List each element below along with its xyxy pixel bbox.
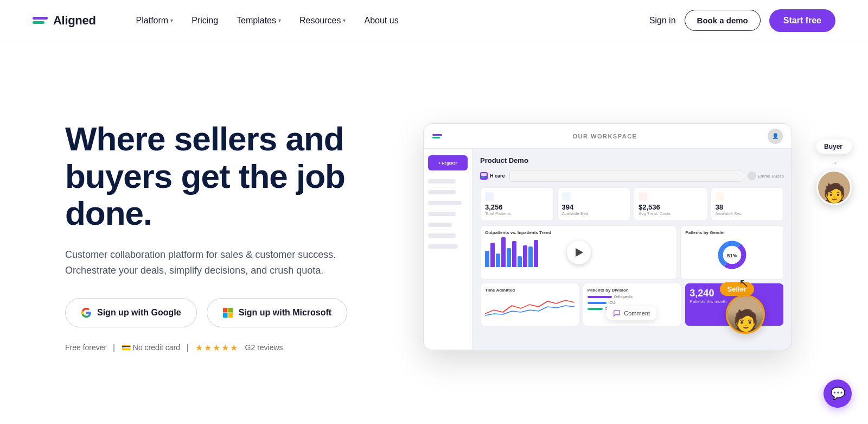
- microsoft-signup-button[interactable]: Sign up with Microsoft: [207, 298, 348, 327]
- bar: [534, 240, 538, 267]
- stat-cards: 3,256 Total Patients 394 Available Bed $…: [480, 187, 784, 221]
- svg-rect-4: [481, 173, 487, 176]
- nav-platform[interactable]: Platform ▾: [129, 11, 181, 30]
- navbar: Aligned Platform ▾ Pricing Templates ▾ R…: [0, 0, 868, 41]
- sidebar-item: [428, 233, 456, 238]
- dashboard-topbar: OUR WORKSPACE 👤: [424, 124, 792, 149]
- svg-rect-3: [228, 313, 233, 318]
- sign-in-link[interactable]: Sign in: [649, 16, 676, 26]
- seller-tag: Seller: [720, 282, 754, 296]
- svg-rect-2: [223, 313, 228, 318]
- microsoft-cta-text: Sign up with Microsoft: [239, 308, 332, 318]
- start-free-button[interactable]: Start free: [769, 9, 835, 32]
- sidebar-item: [428, 201, 462, 205]
- bar: [501, 237, 506, 267]
- sidebar-item: [428, 244, 458, 249]
- nav-about[interactable]: About us: [356, 11, 406, 30]
- charts-row: Outpatients vs. Inpatients Trend: [480, 225, 784, 280]
- seller-face: 🧑: [727, 296, 763, 332]
- sidebar-item: [428, 179, 456, 183]
- trust-sep2: |: [187, 343, 189, 352]
- bar: [528, 246, 533, 267]
- svg-rect-1: [228, 308, 233, 313]
- stat-icon-4: [716, 192, 724, 201]
- dash-search-input[interactable]: [509, 170, 743, 182]
- buyer-face: 🧑: [818, 172, 850, 204]
- bar: [496, 254, 500, 267]
- arrow-icon: →: [816, 158, 852, 168]
- buyer-avatar: 🧑: [816, 170, 852, 205]
- bar: [507, 248, 511, 267]
- google-signup-button[interactable]: Sign up with Google: [65, 298, 197, 327]
- brand-icon: [480, 172, 488, 180]
- nav-resources[interactable]: Resources ▾: [292, 11, 353, 30]
- logo[interactable]: Aligned: [33, 14, 96, 28]
- stat-num-3: $2,536: [639, 203, 703, 211]
- nav-links: Platform ▾ Pricing Templates ▾ Resources…: [129, 11, 649, 30]
- chart-division-title: Patients by Division: [588, 288, 677, 293]
- svg-rect-5: [481, 176, 485, 178]
- user-pill: Emma Russo: [748, 172, 784, 180]
- donut-container: 51%: [685, 237, 779, 273]
- nav-pricing[interactable]: Pricing: [184, 11, 226, 30]
- logo-icon: [33, 17, 48, 24]
- nav-actions: Sign in Book a demo Start free: [649, 9, 835, 32]
- trust-card: 💳 No credit card: [122, 343, 180, 352]
- chevron-down-icon: ▾: [170, 17, 173, 23]
- comment-float: Comment: [607, 306, 656, 320]
- comment-label: Comment: [624, 310, 650, 317]
- line-chart: [485, 295, 575, 317]
- trust-free: Free forever: [65, 343, 106, 352]
- topbar-logo: [432, 134, 442, 138]
- stat-icon-3: [639, 192, 647, 201]
- comment-icon: [613, 309, 621, 317]
- google-icon: [81, 307, 92, 318]
- product-demo-title: Product Demo: [480, 156, 784, 164]
- trust-bar: Free forever | 💳 No credit card | ★★★★★ …: [65, 343, 358, 353]
- chart-trend: Outpatients vs. Inpatients Trend: [480, 225, 677, 280]
- bar: [485, 251, 489, 267]
- trust-sep1: |: [113, 343, 115, 352]
- donut-chart: 51%: [717, 240, 747, 270]
- brand-name: H care: [490, 173, 505, 179]
- microsoft-icon: [222, 307, 233, 318]
- chart-trend-title: Outpatients vs. Inpatients Trend: [485, 230, 672, 235]
- sidebar-item: [428, 223, 452, 227]
- workspace-label: OUR WORKSPACE: [446, 133, 763, 140]
- brand-logo: H care: [480, 172, 505, 180]
- buyer-tag: Buyer: [816, 140, 852, 154]
- stat-label-1: Total Patients: [485, 211, 549, 216]
- hero-subtext: Customer collaboration platform for sale…: [65, 247, 358, 279]
- chevron-down-icon: ▾: [343, 17, 346, 23]
- stat-label-2: Available Bed: [562, 211, 626, 216]
- stat-label-4: Available Svc.: [716, 211, 780, 216]
- bar: [523, 245, 527, 267]
- play-icon: [576, 248, 583, 257]
- book-demo-button[interactable]: Book a demo: [685, 10, 761, 31]
- stat-icon-2: [562, 192, 571, 201]
- play-button[interactable]: [567, 241, 591, 264]
- bar: [490, 243, 495, 267]
- trust-g2: G2 reviews: [245, 343, 283, 352]
- chart-time-title: Time Admitted: [485, 288, 575, 293]
- nav-templates[interactable]: Templates ▾: [229, 11, 289, 30]
- bar: [512, 241, 516, 267]
- chart-gender-title: Patients by Gender: [685, 230, 779, 235]
- chart-donut: Patients by Gender 51%: [680, 225, 784, 280]
- stat-icon-1: [485, 192, 494, 201]
- logo-text: Aligned: [53, 14, 96, 28]
- dashboard-sidebar: + Register: [424, 149, 473, 350]
- trust-stars: ★★★★★: [195, 343, 239, 353]
- stat-label-3: Avg Treat. Costs: [639, 211, 703, 216]
- chat-icon: 💬: [831, 387, 845, 401]
- stat-num-4: 38: [716, 203, 780, 211]
- chart-time: Time Admitted: [480, 283, 579, 326]
- hero-section: Where sellers and buyers get the job don…: [0, 41, 868, 421]
- sidebar-register-btn[interactable]: + Register: [428, 155, 468, 170]
- chat-button[interactable]: 💬: [824, 379, 852, 408]
- cursor-icon: ↖: [739, 276, 749, 290]
- chevron-down-icon: ▾: [278, 17, 281, 23]
- hero-left: Where sellers and buyers get the job don…: [65, 121, 380, 352]
- svg-rect-0: [223, 308, 228, 313]
- seller-avatar: 🧑: [726, 295, 765, 334]
